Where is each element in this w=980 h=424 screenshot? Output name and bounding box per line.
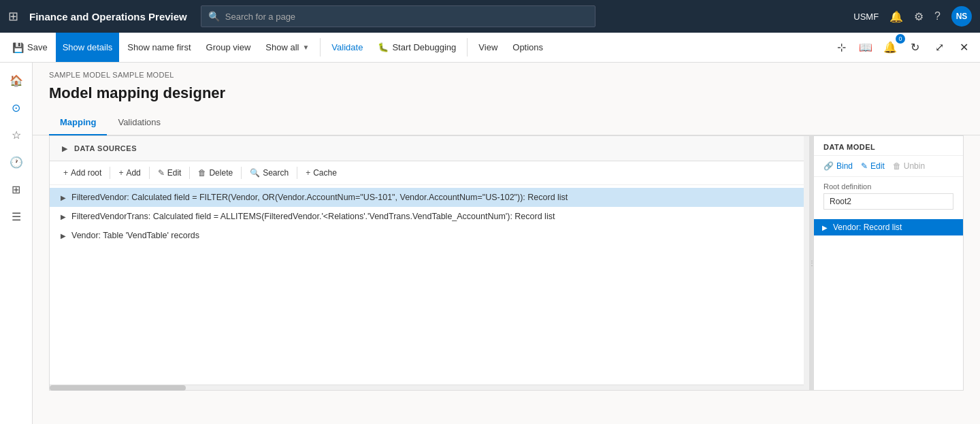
tree-item-0[interactable]: ▶ FilteredVendor: Calculated field = FIL…: [50, 188, 809, 207]
dm-expand-icon-0[interactable]: ▶: [822, 224, 828, 231]
view-button[interactable]: View: [472, 33, 504, 62]
options-button[interactable]: Options: [506, 33, 550, 62]
data-model-panel: DATA MODEL 🔗 Bind ✎ Edit 🗑 Unbin: [814, 135, 964, 391]
save-icon: 💾: [12, 42, 24, 53]
sidebar-item-filter[interactable]: ⊙: [4, 95, 29, 120]
ds-edit-icon: ✎: [158, 168, 165, 178]
ds-panel-title: DATA SOURCES: [74, 144, 137, 152]
save-button[interactable]: 💾 Save: [5, 33, 54, 62]
dm-edit-icon: ✎: [861, 161, 868, 171]
show-details-button[interactable]: Show details: [56, 33, 120, 62]
settings-icon[interactable]: ⚙: [914, 10, 924, 23]
bind-icon: 🔗: [823, 161, 834, 171]
bind-button[interactable]: 🔗 Bind: [823, 161, 853, 171]
personalize-icon[interactable]: ⊹: [830, 37, 852, 59]
ds-panel-header: ▶ DATA SOURCES: [50, 136, 809, 161]
command-bar-right: ⊹ 📖 🔔 0 ↻ ⤢ ✕: [830, 33, 975, 62]
ds-delete-button[interactable]: 🗑 Delete: [193, 165, 238, 180]
dm-panel-title: DATA MODEL: [814, 136, 963, 156]
ds-add-button[interactable]: + Add: [113, 165, 146, 180]
app-grid-icon[interactable]: ⊞: [8, 9, 18, 24]
ds-search-icon: 🔍: [250, 168, 260, 178]
ds-edit-label: Edit: [167, 168, 182, 178]
user-avatar[interactable]: NS: [951, 6, 972, 27]
show-name-first-button[interactable]: Show name first: [120, 33, 197, 62]
show-name-first-label: Show name first: [127, 42, 191, 52]
view-label: View: [478, 42, 497, 52]
ds-delete-label: Delete: [209, 168, 233, 178]
dm-tree-item-0[interactable]: ▶ Vendor: Record list: [814, 219, 963, 235]
save-label: Save: [27, 42, 48, 52]
notification-icon[interactable]: 🔔: [889, 10, 903, 23]
dm-root-definition: Root definition Root2: [814, 177, 963, 215]
ds-search-label: Search: [263, 168, 289, 178]
dm-tree: ▶ Vendor: Record list: [814, 215, 963, 390]
expand-icon-2[interactable]: ▶: [58, 230, 69, 241]
ds-cache-button[interactable]: + Cache: [300, 165, 342, 180]
ds-edit-button[interactable]: ✎ Edit: [152, 165, 187, 180]
toolbar-sep-3: [189, 167, 190, 179]
refresh-icon[interactable]: ↻: [904, 37, 926, 59]
ds-horizontal-scrollbar[interactable]: [50, 385, 809, 390]
show-all-dropdown-arrow: ▼: [302, 44, 309, 51]
main-layout: 🏠 ⊙ ☆ 🕐 ⊞ ☰ SAMPLE MODEL SAMPLE MODEL Mo…: [0, 63, 980, 424]
sidebar-item-home[interactable]: 🏠: [4, 68, 29, 93]
tree-item-2[interactable]: ▶ Vendor: Table 'VendTable' records: [50, 226, 809, 245]
dm-tree-item-text-0: Vendor: Record list: [833, 223, 902, 232]
ds-tree-container: ▶ FilteredVendor: Calculated field = FIL…: [50, 185, 809, 385]
ds-vertical-scrollbar[interactable]: [804, 136, 809, 390]
show-all-button[interactable]: Show all ▼: [259, 33, 316, 62]
ds-panel-toolbar: + Add root + Add ✎ Edit 🗑: [50, 161, 809, 185]
tree-item-text-2: Vendor: Table 'VendTable' records: [71, 231, 801, 240]
bind-label: Bind: [836, 161, 853, 171]
close-icon[interactable]: ✕: [953, 37, 975, 59]
ds-search-button[interactable]: 🔍 Search: [244, 165, 294, 180]
main-content: SAMPLE MODEL SAMPLE MODEL Model mapping …: [33, 63, 980, 424]
tab-validations[interactable]: Validations: [107, 110, 172, 135]
ds-add-icon: +: [118, 168, 123, 178]
add-root-button[interactable]: + Add root: [58, 165, 107, 180]
sidebar-item-list[interactable]: ☰: [4, 204, 29, 229]
expand-icon-1[interactable]: ▶: [58, 211, 69, 222]
unbin-button[interactable]: 🗑 Unbin: [893, 161, 925, 171]
tree-item-text-0: FilteredVendor: Calculated field = FILTE…: [71, 193, 801, 202]
tab-mapping[interactable]: Mapping: [49, 110, 107, 135]
add-root-label: Add root: [71, 168, 101, 178]
tree-item-1[interactable]: ▶ FilteredVendorTrans: Calculated field …: [50, 207, 809, 226]
group-view-label: Group view: [206, 42, 251, 52]
sidebar-item-recent[interactable]: 🕐: [4, 150, 29, 174]
help-icon[interactable]: ?: [934, 10, 941, 22]
validate-label: Validate: [331, 42, 363, 52]
options-label: Options: [512, 42, 543, 52]
dm-root-def-label: Root definition: [823, 182, 953, 191]
app-title: Finance and Operations Preview: [29, 11, 187, 22]
debug-icon: 🐛: [378, 42, 389, 52]
dm-edit-button[interactable]: ✎ Edit: [861, 161, 885, 171]
data-sources-panel: ▶ DATA SOURCES + Add root + Add: [49, 135, 810, 391]
toolbar-sep-1: [110, 167, 110, 179]
read-mode-icon[interactable]: 📖: [855, 37, 877, 59]
add-root-icon: +: [63, 168, 68, 178]
ds-scrollbar-thumb: [50, 385, 186, 391]
command-bar: 💾 Save Show details Show name first Grou…: [0, 33, 980, 63]
show-all-label: Show all: [265, 42, 299, 52]
toolbar-sep-2: [149, 167, 150, 179]
top-nav-right: USMF 🔔 ⚙ ? NS: [853, 6, 972, 27]
page-title: Model mapping designer: [33, 82, 980, 110]
expand-icon-0[interactable]: ▶: [58, 192, 69, 203]
unbin-icon: 🗑: [893, 161, 901, 171]
open-in-new-icon[interactable]: ⤢: [928, 37, 950, 59]
global-search-bar[interactable]: 🔍 Search for a page: [201, 5, 595, 27]
validate-button[interactable]: Validate: [325, 33, 370, 62]
panel-container: ▶ DATA SOURCES + Add root + Add: [33, 135, 980, 402]
ds-panel-expand-btn[interactable]: ▶: [58, 142, 71, 155]
search-placeholder: Search for a page: [225, 12, 295, 22]
group-view-button[interactable]: Group view: [199, 33, 258, 62]
dm-root-def-value: Root2: [823, 193, 953, 210]
sidebar-item-favorites[interactable]: ☆: [4, 123, 29, 147]
search-icon: 🔍: [208, 11, 220, 22]
notifications-count-icon[interactable]: 🔔 0: [879, 37, 901, 59]
ds-delete-icon: 🗑: [198, 168, 206, 178]
sidebar-item-workspaces[interactable]: ⊞: [4, 177, 29, 201]
start-debugging-button[interactable]: 🐛 Start Debugging: [371, 33, 463, 62]
